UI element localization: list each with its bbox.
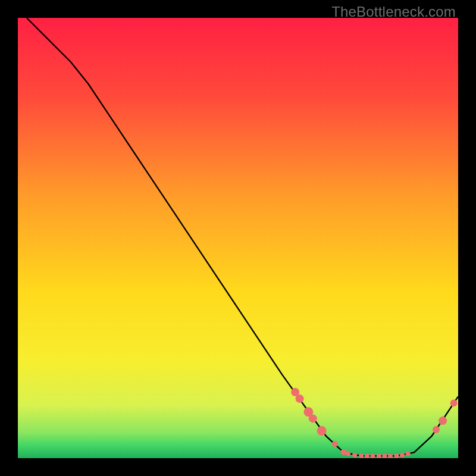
data-marker <box>365 453 369 458</box>
data-marker <box>394 453 399 458</box>
chart-frame <box>18 18 458 458</box>
data-marker <box>439 416 447 425</box>
data-marker <box>406 452 411 456</box>
data-marker <box>433 426 440 433</box>
data-marker <box>370 453 375 458</box>
data-marker <box>400 453 405 458</box>
data-marker <box>359 453 364 458</box>
data-marker <box>382 453 387 458</box>
plot-background <box>18 18 458 458</box>
data-marker <box>296 394 304 403</box>
data-marker <box>450 400 458 407</box>
data-marker <box>309 414 317 422</box>
data-marker <box>346 452 350 456</box>
data-marker <box>352 453 357 458</box>
data-marker <box>388 453 393 458</box>
data-marker <box>317 426 327 436</box>
chart-svg <box>18 18 458 458</box>
data-marker <box>332 441 338 447</box>
data-marker <box>377 453 381 458</box>
